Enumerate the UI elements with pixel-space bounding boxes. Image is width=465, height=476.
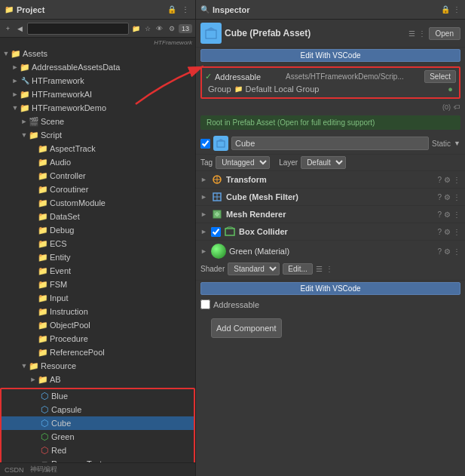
root-notice: Root in Prefab Asset (Open for full edit… [200, 115, 460, 130]
material-name: Green (Material) [229, 247, 434, 256]
lock-icon: 🔒 [167, 5, 177, 15]
tree-item-coroutiner[interactable]: 📁 Coroutiner [0, 183, 195, 196]
meshrenderer-more-icon[interactable]: ⋮ [453, 210, 460, 219]
group-row: Group 📁 Default Local Group ● [205, 83, 456, 95]
tree-item-fsm[interactable]: 📁 FSM [0, 278, 195, 291]
htfw-label: HTFramework [32, 76, 84, 85]
component-mesh-renderer[interactable]: ► Mesh Renderer ? ⚙ ⋮ [196, 206, 465, 223]
resource-items-box: ⬡ Blue ⬡ Capsule ⬡ Cube [0, 388, 195, 462]
tree-item-procedure[interactable]: 📁 Procedure [0, 332, 195, 345]
tree-item-ab[interactable]: ► 📁 AB [0, 373, 195, 386]
tree-item-audio[interactable]: 📁 Audio [0, 155, 195, 169]
tree-item-custommodule[interactable]: 📁 CustomModule [0, 196, 195, 210]
transform-help-icon[interactable]: ? [437, 176, 442, 184]
aspecttrack-icon: 📁 [38, 143, 48, 154]
boxcollider-help-icon[interactable]: ? [437, 228, 442, 236]
tree-item-dataset[interactable]: 📁 DataSet [0, 210, 195, 223]
meshrenderer-settings-icon[interactable]: ⚙ [444, 210, 451, 219]
star-btn[interactable]: ☆ [142, 23, 152, 35]
layer-select[interactable]: Default [301, 156, 346, 169]
meshfilter-more-icon[interactable]: ⋮ [453, 193, 460, 201]
capsule-label: Capsule [51, 405, 81, 414]
shader-edit-button[interactable]: Edit... [283, 263, 313, 275]
dots-icon[interactable]: ⋮ [180, 5, 191, 15]
shader-select[interactable]: Standard [228, 263, 280, 275]
meshrenderer-icons: ? ⚙ ⋮ [437, 210, 460, 219]
transform-settings-icon[interactable]: ⚙ [444, 176, 451, 184]
meshfilter-settings-icon[interactable]: ⚙ [444, 193, 451, 201]
material-more-icon[interactable]: ⋮ [453, 247, 460, 256]
tag-select[interactable]: Untagged [216, 156, 270, 169]
open-button[interactable]: Open [429, 27, 460, 40]
plus-btn[interactable]: + [3, 23, 13, 35]
inspector-dots-icon[interactable]: ⋮ [453, 5, 460, 14]
prefab-name: Cube (Prefab Asset) [225, 28, 405, 38]
script-icon: 📁 [29, 130, 39, 140]
tree-item-entity[interactable]: 📁 Entity [0, 250, 195, 264]
material-section: ► Green (Material) ? ⚙ ⋮ Shader Standard… [196, 241, 465, 281]
tree-item-resource[interactable]: ▼ 📁 Resource [0, 359, 195, 373]
tree-item-cube[interactable]: ⬡ Cube [2, 416, 194, 430]
transform-more-icon[interactable]: ⋮ [453, 176, 460, 184]
go-active-checkbox[interactable] [200, 139, 210, 149]
add-component-button[interactable]: Add Component [211, 318, 282, 338]
tree-item-aspecttrack[interactable]: 📁 AspectTrack [0, 142, 195, 155]
select-button[interactable]: Select [424, 70, 456, 83]
tree-item-htfw[interactable]: ► 🔧 HTFramework [0, 74, 195, 88]
ecs-icon: 📁 [38, 238, 48, 249]
inspector-lock-icon[interactable]: 🔒 [441, 5, 450, 14]
tree-item-controller[interactable]: 📁 Controller [0, 169, 195, 183]
arrow-btn[interactable]: ◀ [15, 23, 25, 35]
instruction-icon: 📁 [38, 306, 48, 317]
meshrenderer-help-icon[interactable]: ? [437, 210, 442, 219]
component-box-collider[interactable]: ► Box Collider ? ⚙ ⋮ [196, 223, 465, 241]
meshfilter-name: Cube (Mesh Filter) [226, 192, 434, 201]
tree-item-objectpool[interactable]: 📁 ObjectPool [0, 318, 195, 332]
tree-item-resourcetest[interactable]: ⊞ ResourceTest [2, 457, 194, 462]
static-dropdown-icon[interactable]: ▼ [454, 140, 460, 147]
vs-code-bottom-button[interactable]: Edit With VSCode [200, 282, 460, 295]
tree-item-htfwai[interactable]: ► 📁 HTFrameworkAI [0, 88, 195, 101]
tree-item-blue[interactable]: ⬡ Blue [2, 389, 194, 403]
tree-item-assets[interactable]: ▼ 📁 Assets [0, 47, 195, 60]
aspecttrack-label: AspectTrack [50, 144, 96, 153]
tree-item-input[interactable]: 📁 Input [0, 291, 195, 305]
tree-item-htfwdemo[interactable]: ▼ 📁 HTFrameworkDemo [0, 101, 195, 115]
tree-item-debug[interactable]: 📁 Debug [0, 223, 195, 237]
material-settings-icon[interactable]: ⚙ [444, 247, 451, 256]
addressable-check-icon: ✓ [205, 72, 212, 81]
tree-item-event[interactable]: 📁 Event [0, 264, 195, 278]
folder-btn[interactable]: 📁 [131, 23, 141, 35]
search-input[interactable] [27, 23, 129, 35]
go-name-input[interactable] [231, 137, 429, 150]
tree-item-red[interactable]: ⬡ Red [2, 444, 194, 457]
tree-item-ecs[interactable]: 📁 ECS [0, 237, 195, 250]
addressable-label: AddressableAssetsData [32, 63, 120, 72]
component-transform[interactable]: ► Transform ? ⚙ ⋮ [196, 171, 465, 189]
tree-item-addressable[interactable]: ► 📁 AddressableAssetsData [0, 60, 195, 74]
meshfilter-expand-arrow: ► [200, 193, 208, 201]
material-help-icon[interactable]: ? [437, 247, 442, 256]
meshrenderer-expand-arrow: ► [200, 210, 208, 218]
filter-btn[interactable]: ⚙ [167, 23, 176, 35]
eye-btn[interactable]: 👁 [154, 23, 164, 35]
tree-item-green[interactable]: ⬡ Green [2, 430, 194, 444]
boxcollider-settings-icon[interactable]: ⚙ [444, 228, 451, 236]
addressable-bottom-label: Addressable [213, 300, 259, 309]
script-arrow: ▼ [20, 131, 29, 139]
vs-code-top-button[interactable]: Edit With VSCode [200, 49, 460, 62]
component-mesh-filter[interactable]: ► Cube (Mesh Filter) ? ⚙ ⋮ [196, 189, 465, 206]
fsm-label: FSM [50, 280, 67, 289]
meshfilter-help-icon[interactable]: ? [437, 193, 442, 201]
tree-item-refpool[interactable]: 📁 ReferencePool [0, 345, 195, 359]
tree-item-script[interactable]: ▼ 📁 Script [0, 128, 195, 142]
tree-item-instruction[interactable]: 📁 Instruction [0, 305, 195, 318]
scene-icon: 🎬 [29, 116, 39, 127]
ab-label: AB [50, 375, 61, 384]
tree-item-capsule[interactable]: ⬡ Capsule [2, 403, 194, 416]
boxcollider-checkbox[interactable] [211, 227, 221, 237]
tree-item-scene[interactable]: ► 🎬 Scene [0, 115, 195, 128]
addressable-bottom-checkbox[interactable] [200, 299, 210, 309]
event-label: Event [50, 266, 71, 275]
boxcollider-more-icon[interactable]: ⋮ [453, 228, 460, 236]
